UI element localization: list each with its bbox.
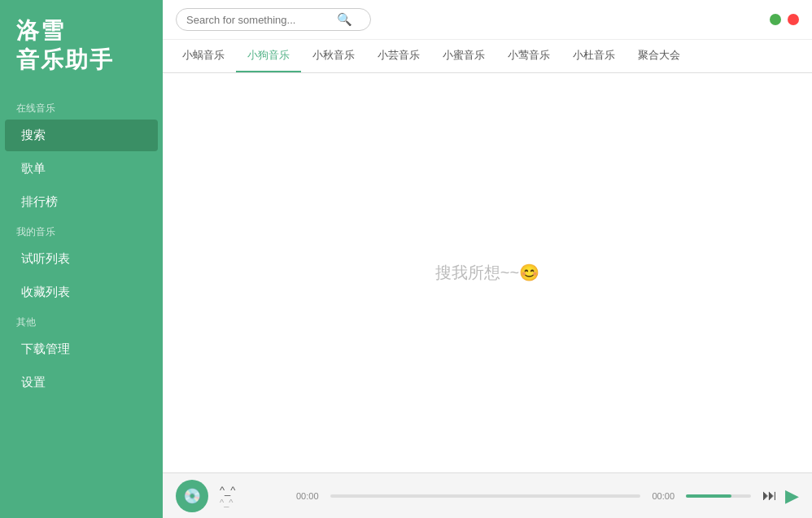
player-time-left: 00:00 bbox=[296, 491, 319, 501]
tab-xiaoshu[interactable]: 小蜗音乐 bbox=[171, 40, 236, 72]
app-container: 洛雪 音乐助手 在线音乐 搜索 歌单 排行榜 我的音乐 试听列表 收藏列表 其他… bbox=[0, 0, 812, 518]
section-label-online: 在线音乐 bbox=[0, 95, 163, 119]
player-volume-bar[interactable] bbox=[686, 494, 751, 498]
topbar: 🔍 bbox=[163, 0, 812, 40]
search-icon[interactable]: 🔍 bbox=[337, 12, 352, 27]
play-button[interactable]: ▶ bbox=[785, 485, 799, 507]
player-bar: 💿 ^_^ ^_^ 00:00 00:00 ⏭ ▶ bbox=[163, 472, 812, 518]
section-label-other: 其他 bbox=[0, 309, 163, 333]
tab-xiaoqiu[interactable]: 小秋音乐 bbox=[301, 40, 366, 72]
minimize-button[interactable] bbox=[770, 14, 781, 25]
search-input[interactable] bbox=[186, 14, 337, 26]
tab-xiaodu[interactable]: 小杜音乐 bbox=[561, 40, 626, 72]
sidebar-item-ranking[interactable]: 排行榜 bbox=[5, 186, 158, 218]
sidebar-item-trial-list[interactable]: 试听列表 bbox=[5, 243, 158, 275]
tab-xiaogou[interactable]: 小狗音乐 bbox=[236, 40, 301, 72]
window-controls bbox=[770, 14, 799, 25]
content-area: 搜我所想~~😊 bbox=[163, 73, 812, 472]
empty-hint: 搜我所想~~😊 bbox=[435, 262, 539, 284]
sidebar-item-download[interactable]: 下载管理 bbox=[5, 333, 158, 365]
search-box[interactable]: 🔍 bbox=[176, 8, 371, 31]
sidebar-item-playlist[interactable]: 歌单 bbox=[5, 153, 158, 185]
tab-juhui[interactable]: 聚合大会 bbox=[626, 40, 692, 72]
player-volume-fill bbox=[686, 494, 731, 498]
player-progress-bar[interactable] bbox=[330, 494, 641, 498]
close-button[interactable] bbox=[788, 14, 799, 25]
section-label-my-music: 我的音乐 bbox=[0, 219, 163, 242]
player-controls: ⏭ ▶ bbox=[762, 485, 799, 507]
tab-xiaomi[interactable]: 小蜜音乐 bbox=[431, 40, 496, 72]
skip-forward-button[interactable]: ⏭ bbox=[762, 487, 777, 504]
player-album-art: 💿 bbox=[176, 480, 208, 512]
sidebar-item-favorites[interactable]: 收藏列表 bbox=[5, 276, 158, 308]
player-time-right: 00:00 bbox=[652, 491, 674, 501]
player-subtitle: ^_^ bbox=[220, 498, 285, 507]
app-logo: 洛雪 音乐助手 bbox=[0, 0, 163, 95]
tab-xiaoying[interactable]: 小莺音乐 bbox=[496, 40, 561, 72]
player-title: ^_^ bbox=[220, 484, 285, 496]
sidebar: 洛雪 音乐助手 在线音乐 搜索 歌单 排行榜 我的音乐 试听列表 收藏列表 其他… bbox=[0, 0, 163, 518]
tab-xiaoyun[interactable]: 小芸音乐 bbox=[366, 40, 431, 72]
main-content: 🔍 小蜗音乐 小狗音乐 小秋音乐 小芸音乐 小蜜音乐 小莺音乐 小杜音乐 聚合大… bbox=[163, 0, 812, 518]
sidebar-item-settings[interactable]: 设置 bbox=[5, 367, 158, 398]
sidebar-item-search[interactable]: 搜索 bbox=[5, 120, 158, 151]
player-info: ^_^ ^_^ bbox=[220, 484, 285, 507]
tabs-bar: 小蜗音乐 小狗音乐 小秋音乐 小芸音乐 小蜜音乐 小莺音乐 小杜音乐 聚合大会 bbox=[163, 40, 812, 73]
